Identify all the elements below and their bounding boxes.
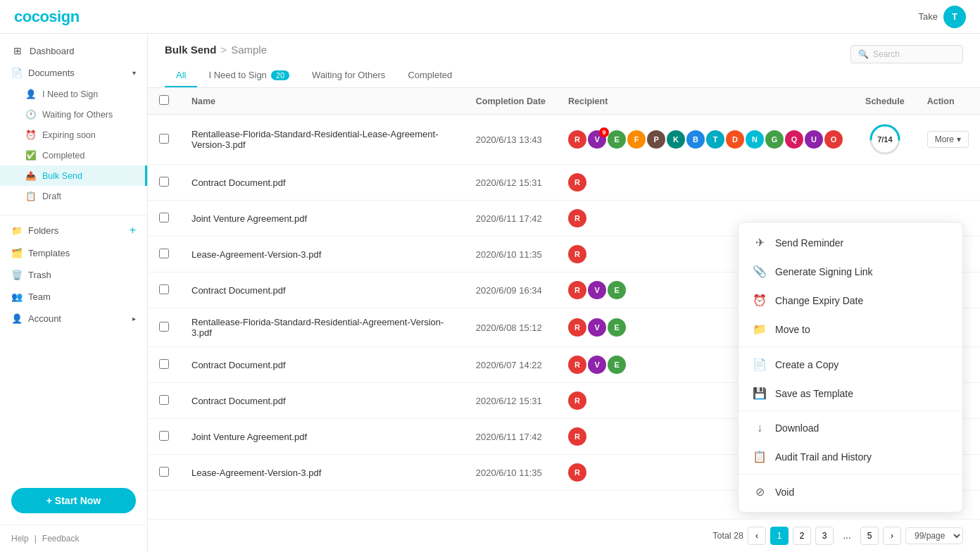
dropdown-download[interactable]: ↓ Download (739, 414, 962, 442)
breadcrumb-sub: Sample (231, 44, 267, 56)
row-checkbox[interactable] (159, 284, 169, 294)
row-checkbox[interactable] (159, 467, 169, 477)
feedback-link[interactable]: Feedback (42, 534, 80, 544)
recipient-avatar: U (805, 130, 823, 149)
prev-page-btn[interactable]: ‹ (748, 527, 766, 545)
tab-completed[interactable]: Completed (396, 64, 463, 87)
help-link[interactable]: Help (11, 534, 29, 544)
sidebar-item-dashboard[interactable]: ⊞ Dashboard (0, 39, 147, 62)
send-reminder-label: Send Reminder (775, 237, 843, 249)
action-cell[interactable]: More ▾ (916, 115, 980, 165)
recipient-avatar: V (588, 356, 606, 374)
user-avatar[interactable]: T (943, 6, 966, 28)
recipient-avatar: V9 (588, 130, 606, 149)
recipient-avatar: V (588, 281, 606, 299)
completion-date: 2020/6/13 13:43 (465, 115, 557, 165)
recipient-avatar: E (608, 356, 626, 374)
user-icon: 👤 (25, 89, 37, 99)
content-area: Bulk Send > Sample 🔍 Search All I Need t… (148, 34, 980, 552)
dropdown-change-expiry-date[interactable]: ⏰ Change Expiry Date (739, 286, 962, 315)
label-draft: Draft (42, 192, 61, 201)
move-to-icon: 📁 (753, 322, 767, 336)
sidebar-item-templates[interactable]: 🗂️ Templates (0, 242, 147, 264)
dropdown-save-as-template[interactable]: 💾 Save as Template (739, 379, 962, 408)
dropdown-send-reminder[interactable]: ✈ Send Reminder (739, 228, 962, 257)
table-row: Rentallease-Florida-Standard-Residential… (148, 115, 980, 165)
audit-icon: 📋 (753, 450, 767, 463)
dropdown-audit-trail[interactable]: 📋 Audit Trail and History (739, 442, 962, 471)
page-size-select[interactable]: 99/page 20/page 50/page (905, 527, 963, 544)
dropdown-create-copy[interactable]: 📄 Create a Copy (739, 350, 962, 379)
sidebar-item-account[interactable]: 👤 Account ▸ (0, 308, 147, 330)
page-btn-3[interactable]: 3 (815, 527, 834, 545)
dropdown-divider-3 (739, 474, 962, 475)
doc-name: Contract Document.pdf (180, 165, 465, 201)
row-checkbox[interactable] (159, 177, 169, 187)
row-checkbox[interactable] (159, 213, 169, 222)
copy-icon: 📄 (753, 358, 767, 371)
doc-name: Joint Venture Agreement.pdf (180, 419, 465, 455)
more-button[interactable]: More ▾ (927, 131, 969, 148)
sidebar-item-team[interactable]: 👥 Team (0, 286, 147, 308)
search-bar[interactable]: 🔍 Search (850, 45, 963, 63)
recipient-avatar: K (667, 130, 685, 149)
create-copy-label: Create a Copy (775, 359, 838, 370)
doc-name: Rentallease-Florida-Standard-Residential… (180, 115, 465, 165)
sidebar-item-draft[interactable]: 📋 Draft (0, 186, 147, 206)
recipient-avatar: E (608, 281, 626, 299)
sidebar-item-bulk-send[interactable]: 📤 Bulk Send (0, 165, 147, 186)
row-checkbox[interactable] (159, 431, 169, 441)
tab-all[interactable]: All (165, 64, 197, 87)
dropdown-generate-signing-link[interactable]: 📎 Generate Signing Link (739, 257, 962, 286)
recipient-avatar: R (568, 427, 586, 446)
user-name: Take (919, 11, 938, 22)
tab-badge-i-need-to-sign: 20 (271, 70, 289, 80)
row-checkbox[interactable] (159, 395, 169, 405)
download-icon: ↓ (753, 422, 767, 434)
dropdown-move-to[interactable]: 📁 Move to (739, 315, 962, 344)
doc-name: Lease-Agreement-Version-3.pdf (180, 237, 465, 272)
search-icon: 🔍 (858, 49, 869, 59)
content-header: Bulk Send > Sample 🔍 Search All I Need t… (148, 34, 980, 88)
app-header: cocosign Take T (0, 0, 980, 34)
action-cell[interactable] (916, 165, 980, 201)
next-page-btn[interactable]: › (883, 527, 901, 545)
row-checkbox[interactable] (159, 322, 169, 332)
add-folder-icon[interactable]: + (130, 224, 136, 237)
doc-name: Joint Venture Agreement.pdf (180, 201, 465, 237)
sidebar-group-folders[interactable]: 📁 Folders + (0, 218, 147, 242)
recipient-avatar: R (568, 209, 586, 227)
sidebar-item-completed[interactable]: ✅ Completed (0, 145, 147, 165)
page-btn-2[interactable]: 2 (793, 527, 811, 545)
dropdown-void[interactable]: ⊘ Void (739, 477, 962, 506)
col-action: Action (916, 88, 980, 115)
sidebar-item-expiring-soon[interactable]: ⏰ Expiring soon (0, 125, 147, 145)
recipient-avatar: B (686, 130, 705, 149)
tab-waiting-for-others[interactable]: Waiting for Others (301, 64, 396, 87)
completion-date: 2020/6/07 14:22 (465, 347, 557, 383)
page-btn-1[interactable]: 1 (770, 527, 789, 545)
trash-icon: 🗑️ (11, 270, 23, 280)
sidebar-item-waiting-for-others[interactable]: 🕐 Waiting for Others (0, 104, 147, 125)
sidebar-item-i-need-to-sign[interactable]: 👤 I Need to Sign (0, 84, 147, 104)
row-checkbox[interactable] (159, 249, 169, 258)
tab-i-need-to-sign[interactable]: I Need to Sign 20 (197, 64, 301, 87)
sidebar-divider-1 (0, 215, 147, 215)
link-icon: 📎 (753, 265, 767, 278)
header-right: Take T (919, 6, 966, 28)
sidebar-item-trash[interactable]: 🗑️ Trash (0, 264, 147, 286)
label-team: Team (28, 291, 51, 302)
col-recipient: Recipient (557, 88, 854, 115)
void-icon: ⊘ (753, 485, 767, 498)
select-all-checkbox[interactable] (159, 95, 169, 105)
row-checkbox[interactable] (159, 359, 169, 369)
start-now-button[interactable]: + Start Now (11, 488, 136, 513)
search-placeholder: Search (873, 49, 900, 59)
page-btn-5[interactable]: 5 (860, 527, 879, 545)
completion-date: 2020/6/12 15:31 (465, 383, 557, 419)
recipient-avatar: R (568, 130, 586, 149)
doc-name: Rentallease-Florida-Standard-Residential… (180, 308, 465, 347)
row-checkbox[interactable] (159, 134, 169, 144)
sidebar-group-documents[interactable]: 📄 Documents ▾ (0, 62, 147, 84)
recipient-avatar: R (568, 281, 586, 299)
